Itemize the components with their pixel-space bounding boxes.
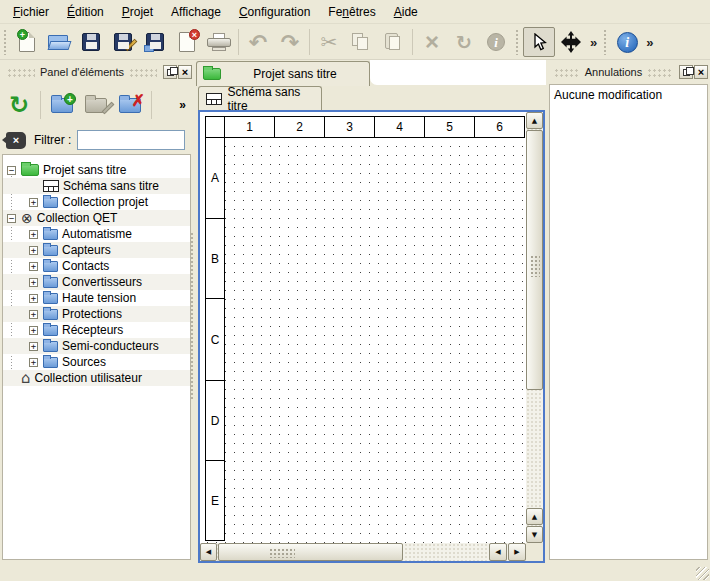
clear-filter-button[interactable]: × — [6, 132, 26, 149]
menu-aide[interactable]: Aide — [385, 1, 427, 23]
tree-item-sources[interactable]: +Sources — [3, 354, 190, 370]
filter-input[interactable] — [77, 130, 185, 150]
toolbar-drag-handle[interactable] — [515, 29, 520, 55]
pan-mode-button[interactable] — [555, 27, 587, 57]
row-header: A — [206, 138, 225, 219]
window-resize-grip[interactable] — [696, 567, 709, 580]
float-panel-button[interactable] — [163, 65, 177, 79]
edit-category-button[interactable] — [79, 88, 113, 122]
expand-icon[interactable]: + — [29, 326, 38, 335]
tree-item-capteurs[interactable]: +Capteurs — [3, 242, 190, 258]
tab-schema[interactable]: Schéma sans titre — [198, 86, 322, 110]
scroll-left-button[interactable]: ◀ — [489, 543, 507, 561]
save-all-icon — [146, 33, 164, 51]
tree-item-haute-tension[interactable]: +Haute tension — [3, 290, 190, 306]
close-panel-button[interactable]: × — [694, 65, 708, 79]
tab-project[interactable]: Projet sans titre — [196, 61, 370, 86]
horizontal-scrollbar-thumb[interactable] — [218, 543, 403, 561]
close-file-button[interactable]: × — [171, 27, 203, 57]
qelectrotech-window: Fichier Édition Projet Affichage Configu… — [0, 0, 710, 581]
float-icon — [167, 69, 174, 76]
rotate-icon: ↻ — [456, 31, 472, 53]
scroll-down-button[interactable]: ▼ — [526, 526, 543, 543]
expand-icon[interactable]: + — [29, 342, 38, 351]
copy-button[interactable] — [345, 27, 377, 57]
filter-row: × Filtrer : — [2, 128, 192, 152]
scroll-up-button[interactable]: ▲ — [526, 112, 543, 129]
tree-item-collection-qet[interactable]: −⊗Collection QET — [3, 210, 190, 226]
scroll-left-button[interactable]: ◀ — [200, 543, 217, 561]
dock-texture — [554, 68, 580, 77]
undo-history-list[interactable]: Aucune modification — [549, 84, 708, 560]
tree-item-collection-utilisateur[interactable]: ⌂Collection utilisateur — [3, 370, 190, 386]
schema-canvas[interactable]: 1 2 3 4 5 6 A B C D E — [200, 112, 526, 543]
panel-overflow-chevron[interactable]: » — [179, 98, 186, 112]
tree-item-automatisme[interactable]: +Automatisme — [3, 226, 190, 242]
vertical-scrollbar-thumb[interactable] — [526, 130, 543, 390]
horizontal-scrollbar[interactable]: ◀ ◀ ▶ — [200, 543, 526, 561]
vertical-scrollbar[interactable]: ▲ ▲ ▼ — [526, 112, 543, 543]
toolbar-drag-handle[interactable] — [603, 29, 608, 55]
tree-item-convertisseurs[interactable]: +Convertisseurs — [3, 274, 190, 290]
close-panel-button[interactable]: × — [178, 65, 192, 79]
save-as-button[interactable] — [107, 27, 139, 57]
elements-tree: −Projet sans titre Schéma sans titre +Co… — [2, 154, 191, 560]
menu-affichage[interactable]: Affichage — [162, 1, 230, 23]
toolbar-separator — [238, 29, 239, 55]
menu-configuration[interactable]: Configuration — [230, 1, 319, 23]
new-folder-icon: + — [51, 98, 73, 113]
schema-row-headers: A B C D E — [205, 137, 225, 541]
float-icon — [683, 69, 690, 76]
menu-fichier[interactable]: Fichier — [4, 1, 58, 23]
rotate-button[interactable]: ↻ — [448, 27, 480, 57]
collapse-icon[interactable]: − — [7, 214, 16, 223]
tree-item-protections[interactable]: +Protections — [3, 306, 190, 322]
tree-item-collection-projet[interactable]: +Collection projet — [3, 194, 190, 210]
selection-mode-button[interactable] — [523, 27, 555, 57]
cut-button[interactable]: ✂ — [313, 27, 345, 57]
folder-icon — [43, 277, 58, 288]
float-panel-button[interactable] — [679, 65, 693, 79]
expand-icon[interactable]: + — [29, 246, 38, 255]
toolbar-overflow-chevron[interactable]: » — [643, 35, 656, 50]
toolbar-separator — [151, 91, 152, 119]
new-file-button[interactable]: + — [11, 27, 43, 57]
expand-icon[interactable]: + — [29, 294, 38, 303]
toolbar-separator — [412, 29, 413, 55]
print-button[interactable] — [203, 27, 235, 57]
expand-icon[interactable]: + — [29, 198, 38, 207]
collapse-icon[interactable]: − — [7, 166, 16, 175]
delete-button[interactable]: × — [416, 27, 448, 57]
expand-icon[interactable]: + — [29, 278, 38, 287]
toolbar-overflow-chevron[interactable]: » — [587, 35, 600, 50]
toolbar-drag-handle[interactable] — [3, 29, 8, 55]
expand-icon[interactable]: + — [29, 310, 38, 319]
element-info-button[interactable]: i — [480, 27, 512, 57]
menu-edition[interactable]: Édition — [58, 1, 113, 23]
save-all-button[interactable] — [139, 27, 171, 57]
undo-button[interactable]: ↶ — [242, 27, 274, 57]
paste-button[interactable] — [377, 27, 409, 57]
about-button[interactable]: i — [611, 27, 643, 57]
delete-category-button[interactable]: ✗ — [113, 88, 147, 122]
tree-item-semi-conducteurs[interactable]: +Semi-conducteurs — [3, 338, 190, 354]
expand-icon[interactable]: + — [29, 262, 38, 271]
tree-item-project[interactable]: −Projet sans titre — [3, 162, 190, 178]
expand-icon[interactable]: + — [29, 358, 38, 367]
scroll-up-button[interactable]: ▲ — [526, 508, 543, 525]
scroll-right-button[interactable]: ▶ — [508, 543, 526, 561]
panel-splitter[interactable] — [190, 232, 195, 400]
tree-item-recepteurs[interactable]: +Récepteurs — [3, 322, 190, 338]
menu-fenetres[interactable]: Fenêtres — [319, 1, 384, 23]
open-file-button[interactable] — [43, 27, 75, 57]
tree-item-schema[interactable]: Schéma sans titre — [3, 178, 190, 194]
folder-icon — [43, 197, 58, 208]
reload-collections-button[interactable]: ↻ — [2, 88, 36, 122]
menu-projet[interactable]: Projet — [113, 1, 162, 23]
save-button[interactable] — [75, 27, 107, 57]
folder-icon — [43, 341, 58, 352]
expand-icon[interactable]: + — [29, 230, 38, 239]
new-category-button[interactable]: + — [45, 88, 79, 122]
redo-button[interactable]: ↷ — [274, 27, 306, 57]
tree-item-contacts[interactable]: +Contacts — [3, 258, 190, 274]
